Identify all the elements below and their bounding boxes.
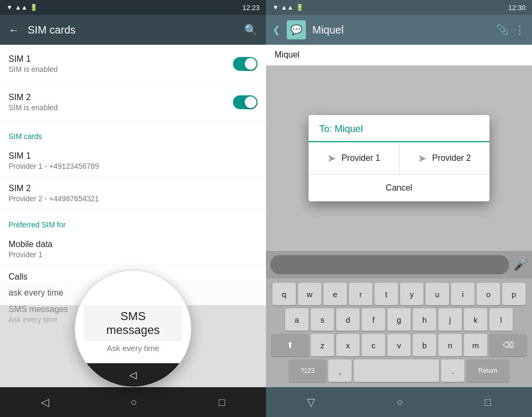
nav-bar-right: ▽ ○ □ [266,387,532,417]
key-delete[interactable]: ⌫ [489,334,527,356]
key-shift[interactable]: ⬆ [271,334,309,356]
key-g[interactable]: g [387,308,411,331]
recipient-text: Miquel [275,50,300,59]
nav-home-right[interactable]: ○ [396,396,403,408]
sim-card1-name: SIM 1 [9,151,257,161]
key-s[interactable]: s [311,308,334,331]
back-button-left[interactable]: ← [9,24,19,36]
key-v[interactable]: v [387,334,411,356]
sim2-toggle[interactable] [233,95,257,109]
key-comma[interactable]: , [328,359,352,382]
send-arrow-icon-1: ➤ [327,152,336,165]
keyboard-area: q w e r t y u i o p a s d f g h j k l ⬆ … [266,279,532,387]
sim-card2-detail: Provider 2 - +44987654321 [9,194,257,203]
bars-icon-right: ▲▲ [281,4,294,11]
key-period[interactable]: . [441,359,464,382]
signal-icon: ▼ [6,4,13,11]
sim1-toggle-item[interactable]: SIM 1 SIM is enabled [0,45,266,83]
key-h[interactable]: h [413,308,436,331]
sim-card1-detail: Provider 1 - +49123456789 [9,162,257,170]
key-w[interactable]: w [298,283,321,305]
provider1-option[interactable]: ➤ Provider 1 [309,142,400,174]
sim-select-dialog: To: Miquel ➤ Provider 1 ➤ Provider 2 Can… [309,115,489,201]
ask-every-time-text: ask every time [9,288,63,297]
key-u[interactable]: u [426,283,449,305]
recipient-bar: Miquel [266,45,532,66]
key-x[interactable]: x [336,334,360,356]
sim-card2-item[interactable]: SIM 2 Provider 2 - +44987654321 [0,177,266,210]
send-arrow-icon-2: ➤ [418,152,427,165]
key-k[interactable]: k [464,308,487,331]
status-icons-right: ▼ ▲▲ 🔋 [272,4,304,11]
key-d[interactable]: d [336,308,360,331]
sim2-toggle-item[interactable]: SIM 2 SIM is enabled [0,83,266,121]
message-input-row: 🎤 [266,251,532,279]
magnifier-overlay: SMS messages Ask every time ◁ [74,270,192,387]
key-f[interactable]: f [362,308,385,331]
more-icon[interactable]: ⋮ [514,23,526,36]
back-chevron-right[interactable]: ❮ [272,24,280,36]
nav-recents-left[interactable]: □ [219,396,225,408]
battery-icon-right: 🔋 [296,4,304,11]
key-q[interactable]: q [272,283,296,305]
provider2-option[interactable]: ➤ Provider 2 [400,142,490,174]
mic-icon[interactable]: 🎤 [513,258,528,272]
key-p[interactable]: p [502,283,526,305]
key-num[interactable]: ?123 [289,359,326,382]
status-time-right: 12:30 [508,4,526,12]
key-n[interactable]: n [438,334,462,356]
dialog-header: To: Miquel [309,115,489,142]
key-a[interactable]: a [285,308,309,331]
search-icon-left[interactable]: 🔍 [244,23,257,36]
nav-back-right[interactable]: ▽ [307,396,315,408]
key-r[interactable]: r [349,283,372,305]
key-i[interactable]: i [451,283,475,305]
key-y[interactable]: y [400,283,423,305]
toolbar-left: ← SIM cards 🔍 [0,15,266,45]
key-z[interactable]: z [311,334,334,356]
right-panel: ▼ ▲▲ 🔋 12:30 ❮ 💬 Miquel 📎 ⋮ Miquel To: M… [266,0,532,417]
left-panel: ▼ ▲▲ 🔋 12:23 ← SIM cards 🔍 SIM 1 SIM is … [0,0,266,417]
signal-bars-icon: ▲▲ [15,4,28,11]
keyboard-row-2: a s d f g h j k l [268,308,530,331]
key-m[interactable]: m [464,334,487,356]
sim1-status: SIM is enabled [9,65,233,73]
nav-recents-right[interactable]: □ [485,396,491,408]
magnifier-nav-bar: ◁ [75,363,191,387]
mobile-data-item[interactable]: Mobile data Provider 1 [0,233,266,266]
keyboard-row-1: q w e r t y u i o p [268,283,530,305]
nav-home-left[interactable]: ○ [130,396,137,408]
sim2-info: SIM 2 SIM is enabled [9,93,233,112]
sim2-status: SIM is enabled [9,103,233,112]
key-space[interactable] [354,359,439,382]
cancel-button[interactable]: Cancel [309,175,489,201]
keyboard-row-3: ⬆ z x c v b n m ⌫ [268,334,530,356]
key-l[interactable]: l [489,308,513,331]
nav-bar-left: ◁ ○ □ [0,387,266,417]
key-o[interactable]: o [477,283,500,305]
keyboard-row-4: ?123 , . Return [268,359,530,382]
key-c[interactable]: c [362,334,385,356]
mobile-data-label: Mobile data [9,240,257,249]
sim-card2-name: SIM 2 [9,184,257,193]
chat-emoji: 💬 [290,24,302,36]
attachment-icon[interactable]: 📎 [496,24,508,36]
sim1-toggle[interactable] [233,57,257,71]
status-time-left: 12:23 [242,4,260,12]
provider2-label: Provider 2 [432,153,471,163]
key-t[interactable]: t [375,283,398,305]
magnifier-back-icon[interactable]: ◁ [129,369,137,381]
contact-name: Miquel [312,24,490,36]
sim1-info: SIM 1 SIM is enabled [9,54,233,73]
magnifier-highlight: SMS messages [84,305,182,341]
key-j[interactable]: j [438,308,462,331]
key-e[interactable]: e [323,283,347,305]
sim-card1-item[interactable]: SIM 1 Provider 1 - +49123456789 [0,145,266,177]
key-return[interactable]: Return [467,359,509,382]
sim2-name: SIM 2 [9,93,233,102]
key-b[interactable]: b [413,334,436,356]
message-input-box[interactable] [270,255,509,274]
magnifier-sub: Ask every time [107,341,159,353]
nav-back-left[interactable]: ◁ [41,396,49,408]
battery-icon: 🔋 [30,4,38,11]
